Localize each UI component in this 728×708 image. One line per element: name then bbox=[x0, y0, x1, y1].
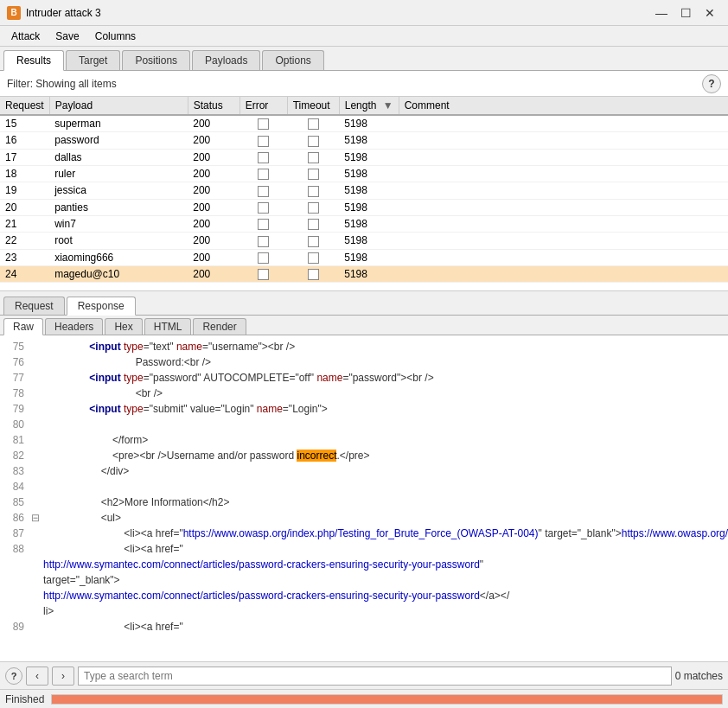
cell-error bbox=[239, 265, 287, 282]
cell-comment bbox=[399, 265, 728, 282]
line-content: </form> bbox=[43, 432, 148, 448]
code-view[interactable]: 75 <input type="text" name="username"><b… bbox=[0, 335, 728, 661]
code-line: 86⊟ <ul> bbox=[5, 510, 723, 526]
timeout-checkbox[interactable] bbox=[308, 269, 319, 280]
cell-payload: jessica bbox=[49, 182, 188, 199]
tab-payloads[interactable]: Payloads bbox=[192, 50, 260, 70]
cell-request: 15 bbox=[0, 115, 49, 132]
timeout-checkbox[interactable] bbox=[308, 236, 319, 247]
inner-tabs: Raw Headers Hex HTML Render bbox=[0, 316, 728, 335]
cell-timeout bbox=[287, 233, 339, 249]
table-row[interactable]: 21 win7 200 5198 bbox=[0, 215, 728, 232]
menu-columns[interactable]: Columns bbox=[87, 28, 144, 45]
maximize-button[interactable]: ☐ bbox=[674, 4, 697, 22]
search-prev-button[interactable]: ‹ bbox=[26, 667, 48, 686]
table-row[interactable]: 20 panties 200 5198 bbox=[0, 199, 728, 215]
col-header-comment[interactable]: Comment bbox=[399, 97, 728, 115]
search-input[interactable] bbox=[78, 667, 672, 686]
col-header-error[interactable]: Error bbox=[239, 97, 287, 115]
line-expand bbox=[31, 463, 43, 479]
cell-timeout bbox=[287, 115, 339, 132]
cell-payload: panties bbox=[49, 199, 188, 215]
cell-comment bbox=[399, 233, 728, 249]
col-header-length[interactable]: Length ▼ bbox=[339, 97, 399, 115]
search-next-button[interactable]: › bbox=[52, 667, 74, 686]
filter-help-button[interactable]: ? bbox=[702, 74, 721, 93]
results-table-container[interactable]: Request Payload Status Error Timeout Len… bbox=[0, 97, 728, 291]
line-content: <br /> bbox=[43, 386, 163, 401]
error-checkbox[interactable] bbox=[258, 136, 269, 147]
cell-status: 200 bbox=[188, 265, 239, 282]
timeout-checkbox[interactable] bbox=[308, 152, 319, 163]
inner-tab-html[interactable]: HTML bbox=[144, 318, 192, 335]
timeout-checkbox[interactable] bbox=[308, 202, 319, 214]
col-header-timeout[interactable]: Timeout bbox=[287, 97, 339, 115]
line-content: Password:<br /> bbox=[43, 354, 211, 370]
error-checkbox[interactable] bbox=[258, 219, 269, 230]
timeout-checkbox[interactable] bbox=[308, 252, 319, 264]
code-line: 77 <input type="password" AUTOCOMPLETE="… bbox=[5, 370, 723, 386]
line-content: <li><a href="https://www.owasp.org/index… bbox=[43, 526, 728, 541]
window-title: Intruder attack 3 bbox=[26, 7, 650, 19]
inner-tab-hex[interactable]: Hex bbox=[105, 318, 142, 335]
tab-positions[interactable]: Positions bbox=[122, 50, 190, 70]
code-line: 85 <h2>More Information</h2> bbox=[5, 494, 723, 510]
table-row[interactable]: 18 ruler 200 5198 bbox=[0, 165, 728, 182]
table-row[interactable]: 17 dallas 200 5198 bbox=[0, 149, 728, 165]
col-header-payload[interactable]: Payload bbox=[49, 97, 188, 115]
cell-error bbox=[239, 132, 287, 149]
cell-length: 5198 bbox=[339, 182, 399, 199]
col-header-request[interactable]: Request bbox=[0, 97, 49, 115]
tab-results[interactable]: Results bbox=[3, 50, 64, 71]
table-row[interactable]: 15 superman 200 5198 bbox=[0, 115, 728, 132]
close-button[interactable]: ✕ bbox=[699, 4, 721, 22]
error-checkbox[interactable] bbox=[258, 152, 269, 163]
timeout-checkbox[interactable] bbox=[308, 118, 319, 130]
timeout-checkbox[interactable] bbox=[308, 219, 319, 230]
timeout-checkbox[interactable] bbox=[308, 136, 319, 147]
tab-target[interactable]: Target bbox=[66, 50, 120, 70]
main-content: Filter: Showing all items ? Request Payl… bbox=[0, 71, 728, 708]
line-content bbox=[43, 417, 89, 432]
cell-timeout bbox=[287, 215, 339, 232]
error-checkbox[interactable] bbox=[258, 118, 269, 130]
code-line: 81 </form> bbox=[5, 432, 723, 448]
cell-comment bbox=[399, 199, 728, 215]
menubar: Attack Save Columns bbox=[0, 26, 728, 47]
table-row[interactable]: 22 root 200 5198 bbox=[0, 233, 728, 249]
code-line: 83 </div> bbox=[5, 463, 723, 479]
code-line: 87 <li><a href="https://www.owasp.org/in… bbox=[5, 526, 723, 541]
timeout-checkbox[interactable] bbox=[308, 186, 319, 197]
table-header-row: Request Payload Status Error Timeout Len… bbox=[0, 97, 728, 115]
error-checkbox[interactable] bbox=[258, 186, 269, 197]
cell-length: 5198 bbox=[339, 265, 399, 282]
error-checkbox[interactable] bbox=[258, 236, 269, 247]
inner-tab-headers[interactable]: Headers bbox=[45, 318, 103, 335]
timeout-checkbox[interactable] bbox=[308, 169, 319, 180]
menu-save[interactable]: Save bbox=[48, 28, 86, 45]
minimize-button[interactable]: — bbox=[650, 4, 673, 22]
table-row[interactable]: 19 jessica 200 5198 bbox=[0, 182, 728, 199]
cell-comment bbox=[399, 132, 728, 149]
cell-error bbox=[239, 233, 287, 249]
sub-tab-response[interactable]: Response bbox=[67, 297, 136, 316]
menu-attack[interactable]: Attack bbox=[3, 28, 48, 45]
error-checkbox[interactable] bbox=[258, 169, 269, 180]
cell-comment bbox=[399, 149, 728, 165]
line-content: <input type="text" name="username"><br /… bbox=[43, 339, 295, 354]
table-row[interactable]: 16 password 200 5198 bbox=[0, 132, 728, 149]
search-help-button[interactable]: ? bbox=[5, 667, 22, 685]
sub-tab-request[interactable]: Request bbox=[3, 297, 65, 315]
error-checkbox[interactable] bbox=[258, 269, 269, 280]
tab-options[interactable]: Options bbox=[262, 50, 323, 70]
error-checkbox[interactable] bbox=[258, 252, 269, 264]
inner-tab-render[interactable]: Render bbox=[193, 318, 246, 335]
table-row[interactable]: 23 xiaoming666 200 5198 bbox=[0, 249, 728, 265]
col-header-status[interactable]: Status bbox=[188, 97, 239, 115]
line-content: <pre><br />Username and/or password inco… bbox=[43, 448, 370, 463]
error-checkbox[interactable] bbox=[258, 202, 269, 214]
cell-status: 200 bbox=[188, 249, 239, 265]
inner-tab-raw[interactable]: Raw bbox=[3, 318, 43, 335]
table-row[interactable]: 24 magedu@c10 200 5198 bbox=[0, 265, 728, 282]
line-expand[interactable]: ⊟ bbox=[31, 510, 43, 526]
